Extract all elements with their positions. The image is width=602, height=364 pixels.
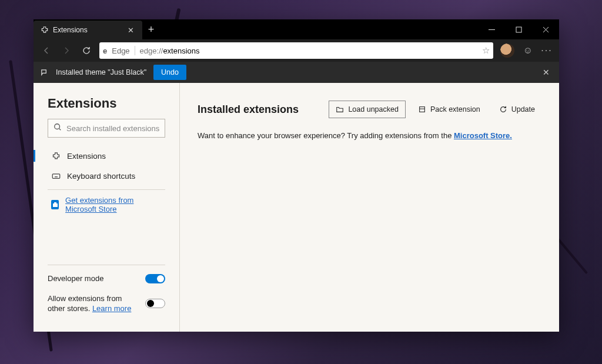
forward-button[interactable] xyxy=(57,41,76,60)
load-unpacked-button[interactable]: Load unpacked xyxy=(329,101,406,118)
sidebar-item-label: Keyboard shortcuts xyxy=(67,172,135,181)
page-title: Extensions xyxy=(48,96,165,111)
engine-label: Edge xyxy=(112,46,129,55)
allow-other-stores-row: Allow extensions from other stores. Lear… xyxy=(48,293,165,314)
store-icon xyxy=(51,200,59,209)
update-button[interactable]: Update xyxy=(493,101,541,118)
address-bar[interactable]: e Edge edge://extensions ☆ xyxy=(99,42,493,59)
favorite-button[interactable]: ☆ xyxy=(482,45,490,56)
tab-title: Extensions xyxy=(53,26,121,34)
allow-other-stores-toggle[interactable] xyxy=(145,299,165,308)
developer-mode-label: Developer mode xyxy=(48,273,103,284)
refresh-button[interactable] xyxy=(77,41,96,60)
settings-menu-button[interactable]: ··· xyxy=(538,45,556,56)
svg-rect-12 xyxy=(53,203,58,207)
developer-mode-row: Developer mode xyxy=(48,273,165,284)
new-tab-button[interactable]: + xyxy=(142,19,160,39)
window-minimize-button[interactable] xyxy=(478,19,505,39)
search-box[interactable] xyxy=(48,119,165,138)
svg-rect-6 xyxy=(52,173,60,178)
undo-button[interactable]: Undo xyxy=(153,65,186,80)
tab-close-button[interactable]: ✕ xyxy=(125,25,136,36)
divider xyxy=(48,189,165,190)
sidebar: Extensions Extensions Keyboard shortcuts xyxy=(34,83,180,332)
microsoft-store-link[interactable]: Microsoft Store. xyxy=(454,131,512,140)
notification-bar: Installed theme "Just Black" Undo ✕ xyxy=(34,62,559,83)
extension-icon xyxy=(51,151,61,161)
store-link-row: Get extensions from Microsoft Store xyxy=(48,196,165,213)
main-panel: Installed extensions Load unpacked Pack … xyxy=(180,83,559,332)
window-maximize-button[interactable] xyxy=(505,19,532,39)
divider xyxy=(135,46,135,55)
browser-window: Extensions ✕ + e Edge edge://extension xyxy=(34,19,559,332)
svg-line-5 xyxy=(59,129,61,131)
search-input[interactable] xyxy=(66,124,165,133)
svg-point-4 xyxy=(55,124,60,129)
refresh-icon xyxy=(499,105,507,113)
main-header: Installed extensions Load unpacked Pack … xyxy=(198,101,541,118)
sidebar-item-extensions[interactable]: Extensions xyxy=(48,146,165,166)
theme-icon xyxy=(39,68,49,77)
get-extensions-link[interactable]: Get extensions from Microsoft Store xyxy=(65,196,165,213)
title-bar: Extensions ✕ + xyxy=(34,19,559,39)
empty-state-text: Want to enhance your browser experience?… xyxy=(198,131,541,140)
keyboard-icon xyxy=(51,171,61,181)
svg-rect-13 xyxy=(54,202,56,203)
svg-rect-1 xyxy=(516,27,521,32)
sidebar-item-keyboard-shortcuts[interactable]: Keyboard shortcuts xyxy=(48,166,165,186)
search-icon xyxy=(53,123,62,133)
allow-other-stores-label: Allow extensions from other stores. Lear… xyxy=(48,293,136,314)
browser-tab[interactable]: Extensions ✕ xyxy=(34,21,142,39)
notification-text: Installed theme "Just Black" xyxy=(56,68,146,76)
package-icon xyxy=(418,105,426,113)
developer-mode-toggle[interactable] xyxy=(145,274,165,283)
pack-extension-button[interactable]: Pack extension xyxy=(412,101,487,118)
sidebar-footer: Developer mode Allow extensions from oth… xyxy=(48,265,165,323)
profile-avatar[interactable] xyxy=(500,44,514,58)
extension-icon xyxy=(41,26,49,34)
page-content: Extensions Extensions Keyboard shortcuts xyxy=(34,83,559,332)
folder-icon xyxy=(336,105,344,113)
section-title: Installed extensions xyxy=(198,103,323,116)
window-close-button[interactable] xyxy=(532,19,559,39)
notification-close-button[interactable]: ✕ xyxy=(539,65,553,79)
browser-toolbar: e Edge edge://extensions ☆ ☺ ··· xyxy=(34,39,559,62)
url-text: edge://extensions xyxy=(140,46,477,55)
edge-icon: e xyxy=(103,46,107,55)
svg-rect-14 xyxy=(420,107,425,112)
sidebar-item-label: Extensions xyxy=(67,152,106,161)
learn-more-link[interactable]: Learn more xyxy=(92,304,131,313)
feedback-button[interactable]: ☺ xyxy=(519,45,537,56)
back-button[interactable] xyxy=(37,41,56,60)
